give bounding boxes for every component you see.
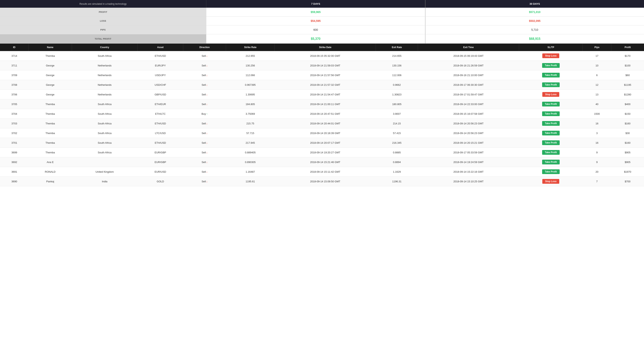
take-profit-button[interactable]: Take Profit: [542, 150, 560, 155]
cell-sltp: Take Profit: [519, 80, 583, 90]
cell-name: RONALD: [28, 167, 72, 177]
cell-name: George: [28, 90, 72, 99]
cell-direction: Sell↓: [183, 138, 226, 148]
cell-profit: $30: [611, 128, 644, 138]
summary-label-3: TOTAL PROFIT: [0, 34, 206, 43]
cell-strike-rate: 0.967395: [226, 80, 275, 90]
cell-exit-rate: 1196.31: [376, 177, 418, 186]
cell-strike-date: 2018-09-14 21:57:32 GMT: [275, 80, 376, 90]
cell-strike-rate: 3.75069: [226, 109, 275, 119]
cell-asset: EUR/GBP: [138, 148, 183, 157]
cell-profit: $170: [611, 51, 644, 61]
cell-id: 3701: [0, 138, 28, 148]
summary-row-2: PIPS6005,710: [0, 26, 644, 34]
cell-exit-time: 2018-09-16 21:26:59 GMT: [418, 61, 519, 70]
take-profit-button[interactable]: Take Profit: [542, 102, 560, 106]
cell-strike-rate: 0.890305: [226, 157, 275, 167]
cell-id: 3711: [0, 61, 28, 70]
col-id: ID: [0, 44, 28, 51]
cell-asset: LTC/USD: [138, 128, 183, 138]
cell-exit-time: 2018-09-14 15:10:25 GMT: [418, 177, 519, 186]
cell-sltp: Take Profit: [519, 148, 583, 157]
cell-asset: USD/JPY: [138, 70, 183, 80]
cell-country: South Africa: [72, 99, 137, 109]
cell-strike-date: 2018-09-14 21:57:56 GMT: [275, 70, 376, 80]
cell-strike-date: 2018-09-14 19:20:27 GMT: [275, 148, 376, 157]
take-profit-button[interactable]: Take Profit: [542, 63, 560, 68]
col-exit-rate: Exit Rate: [376, 44, 418, 51]
trades-table: ID Name Country Asset Direction Strike R…: [0, 44, 644, 186]
table-row: 3701ThembaSouth AfricaETH/USDSell↓217.94…: [0, 138, 644, 148]
table-row: 3690PankajIndiaGOLDSell↓1195.612018-09-1…: [0, 177, 644, 186]
cell-strike-rate: 57.715: [226, 128, 275, 138]
cell-id: 3702: [0, 128, 28, 138]
take-profit-button[interactable]: Take Profit: [542, 73, 560, 78]
col-direction: Direction: [183, 44, 226, 51]
cell-strike-rate: 215.75: [226, 119, 275, 128]
take-profit-button[interactable]: Take Profit: [542, 140, 560, 145]
cell-strike-date: 2018-09-14 15:21:46 GMT: [275, 157, 376, 167]
cell-sltp: Take Profit: [519, 138, 583, 148]
cell-exit-time: 2018-09-14 20:56:23 GMT: [418, 128, 519, 138]
cell-exit-rate: 214.655: [376, 51, 418, 61]
table-row: 3705ThembaSouth AfricaETH/EURSell↓184.80…: [0, 99, 644, 109]
cell-strike-date: 2018-09-14 20:07:17 GMT: [275, 138, 376, 148]
cell-profit: $400: [611, 99, 644, 109]
summary-row-3: TOTAL PROFIT$5,370$68,915: [0, 34, 644, 44]
cell-direction: Sell↓: [183, 167, 226, 177]
cell-direction: Sell↓: [183, 51, 226, 61]
cell-direction: Sell↓: [183, 148, 226, 157]
cell-profit: $700: [611, 177, 644, 186]
cell-direction: Buy↑: [183, 109, 226, 119]
cell-direction: Sell↓: [183, 99, 226, 109]
take-profit-button[interactable]: Take Profit: [542, 169, 560, 174]
cell-asset: USD/CHF: [138, 80, 183, 90]
cell-strike-rate: 112.066: [226, 70, 275, 80]
take-profit-button[interactable]: Take Profit: [542, 121, 560, 126]
cell-strike-date: 2018-09-14 20:44:01 GMT: [275, 119, 376, 128]
cell-exit-rate: 0.8894: [376, 157, 418, 167]
cell-direction: Sell↓: [183, 80, 226, 90]
stop-loss-button[interactable]: Stop Loss: [542, 179, 559, 184]
cell-strike-date: 2018-09-14 21:00:11 GMT: [275, 99, 376, 109]
take-profit-button[interactable]: Take Profit: [542, 131, 560, 136]
table-row: 3709GeorgeNetherlandsUSD/JPYSell↓112.066…: [0, 70, 644, 80]
col-sltp: SL/TP: [519, 44, 583, 51]
summary-val30-3: $68,915: [425, 34, 644, 43]
cell-id: 3708: [0, 80, 28, 90]
cell-pips: 6: [583, 70, 611, 80]
table-row: 3703ThembaSouth AfricaETH/USDSell↓215.75…: [0, 119, 644, 128]
cell-id: 3691: [0, 167, 28, 177]
cell-name: Themba: [28, 109, 72, 119]
cell-sltp: Take Profit: [519, 99, 583, 109]
col-name: Name: [28, 44, 72, 51]
cell-name: Themba: [28, 128, 72, 138]
table-header-row: ID Name Country Asset Direction Strike R…: [0, 44, 644, 51]
cell-sltp: Take Profit: [519, 119, 583, 128]
table-row: 3699ThembaSouth AfricaEUR/GBPSell↓0.8894…: [0, 148, 644, 157]
cell-profit: $1195: [611, 80, 644, 90]
cell-pips: 7: [583, 177, 611, 186]
take-profit-button[interactable]: Take Profit: [542, 112, 560, 116]
cell-direction: Sell↓: [183, 119, 226, 128]
cell-exit-rate: 1.30823: [376, 90, 418, 99]
take-profit-button[interactable]: Take Profit: [542, 160, 560, 164]
cell-country: South Africa: [72, 138, 137, 148]
cell-exit-rate: 216.345: [376, 138, 418, 148]
stop-loss-button[interactable]: Stop Loss: [542, 54, 559, 58]
stop-loss-button[interactable]: Stop Loss: [542, 92, 559, 97]
summary-row-0: PROFIT$59,965$571,010: [0, 8, 644, 16]
cell-profit: $150: [611, 109, 644, 119]
cell-id: 3699: [0, 148, 28, 157]
banner-text: Results are simulated in a trading techn…: [0, 0, 206, 8]
cell-sltp: Take Profit: [519, 70, 583, 80]
cell-strike-rate: 184.805: [226, 99, 275, 109]
cell-id: 3692: [0, 157, 28, 167]
cell-sltp: Stop Loss: [519, 177, 583, 186]
cell-strike-date: 2018-09-14 21:59:03 GMT: [275, 61, 376, 70]
take-profit-button[interactable]: Take Profit: [542, 82, 560, 87]
cell-exit-time: 2018-09-14 19:24:59 GMT: [418, 157, 519, 167]
cell-profit: $905: [611, 157, 644, 167]
cell-direction: Sell↓: [183, 61, 226, 70]
summary-val7-2: 600: [206, 26, 425, 34]
